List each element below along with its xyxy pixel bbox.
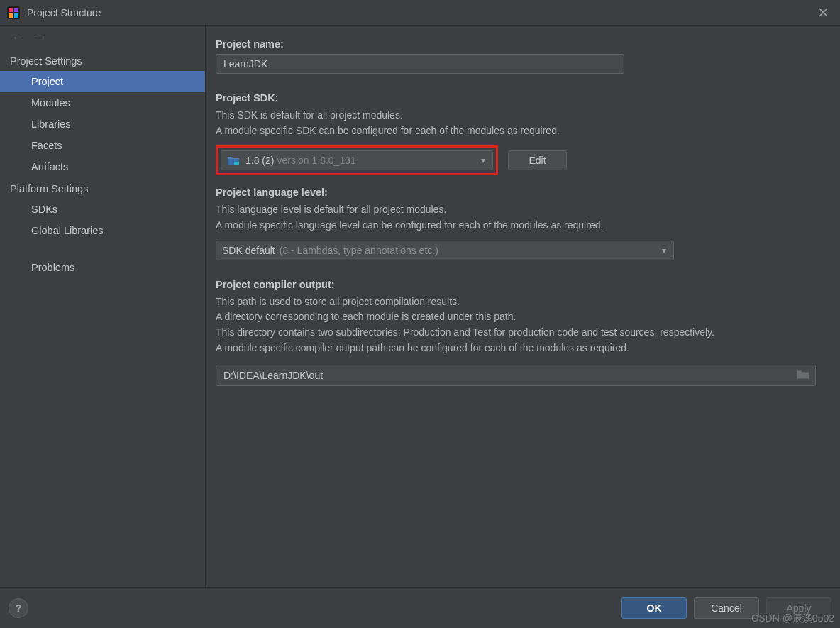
svg-rect-1 xyxy=(9,8,13,12)
footer: ? OK Cancel Apply xyxy=(0,587,840,628)
edit-sdk-button[interactable]: Edit xyxy=(508,150,567,170)
compiler-output-desc4: A module specific compiler output path c… xyxy=(216,341,830,356)
project-name-label: Project name: xyxy=(216,38,830,50)
compiler-output-desc1: This path is used to store all project c… xyxy=(216,294,830,310)
sidebar-item-libraries[interactable]: Libraries xyxy=(0,114,205,135)
compiler-output-input[interactable]: D:\IDEA\LearnJDK\out xyxy=(216,365,816,386)
titlebar: Project Structure xyxy=(0,0,840,26)
section-platform-settings: Platform Settings xyxy=(0,177,205,199)
project-name-input[interactable]: LearnJDK xyxy=(216,54,624,74)
svg-rect-8 xyxy=(234,162,239,165)
chevron-down-icon: ▾ xyxy=(662,246,666,255)
compiler-output-desc2: A directory corresponding to each module… xyxy=(216,309,830,325)
apply-button[interactable]: Apply xyxy=(766,597,831,619)
help-button[interactable]: ? xyxy=(9,598,28,618)
svg-rect-2 xyxy=(14,8,18,12)
compiler-output-label: Project compiler output: xyxy=(216,279,830,290)
project-sdk-desc2: A module specific SDK can be configured … xyxy=(216,123,830,139)
browse-folder-icon[interactable] xyxy=(797,369,809,381)
close-button[interactable] xyxy=(813,3,833,23)
project-sdk-desc1: This SDK is default for all project modu… xyxy=(216,108,830,123)
sidebar-item-global-libraries[interactable]: Global Libraries xyxy=(0,220,205,241)
svg-rect-4 xyxy=(14,13,18,18)
sidebar-item-project[interactable]: Project xyxy=(0,71,205,92)
compiler-output-desc3: This directory contains two subdirectori… xyxy=(216,325,830,341)
language-level-dropdown[interactable]: SDK default (8 - Lambdas, type annotatio… xyxy=(216,241,674,260)
language-level-label: Project language level: xyxy=(216,187,830,198)
project-sdk-dropdown[interactable]: 1.8 (2) version 1.8.0_131 ▾ xyxy=(221,150,493,170)
sidebar-item-modules[interactable]: Modules xyxy=(0,92,205,114)
language-level-desc2: A module specific language level can be … xyxy=(216,218,830,233)
app-icon xyxy=(7,6,20,19)
project-sdk-label: Project SDK: xyxy=(216,92,830,104)
forward-arrow-icon[interactable]: → xyxy=(34,31,47,45)
section-project-settings: Project Settings xyxy=(0,50,205,71)
sidebar-item-artifacts[interactable]: Artifacts xyxy=(0,156,205,177)
back-arrow-icon[interactable]: ← xyxy=(11,31,24,45)
chevron-down-icon: ▾ xyxy=(481,155,485,165)
content-area: Project name: LearnJDK Project SDK: This… xyxy=(206,26,840,587)
sdk-highlight: 1.8 (2) version 1.8.0_131 ▾ xyxy=(216,145,498,175)
language-level-desc1: This language level is default for all p… xyxy=(216,202,830,218)
sidebar-item-facets[interactable]: Facets xyxy=(0,135,205,156)
cancel-button[interactable]: Cancel xyxy=(694,597,759,619)
svg-rect-3 xyxy=(9,13,13,18)
ok-button[interactable]: OK xyxy=(621,597,687,619)
sidebar-item-problems[interactable]: Problems xyxy=(0,257,205,278)
folder-icon xyxy=(227,155,240,165)
nav-history: ← → xyxy=(0,26,205,50)
sidebar: ← → Project Settings Project Modules Lib… xyxy=(0,26,206,587)
sidebar-item-sdks[interactable]: SDKs xyxy=(0,199,205,220)
window-title: Project Structure xyxy=(27,7,101,18)
